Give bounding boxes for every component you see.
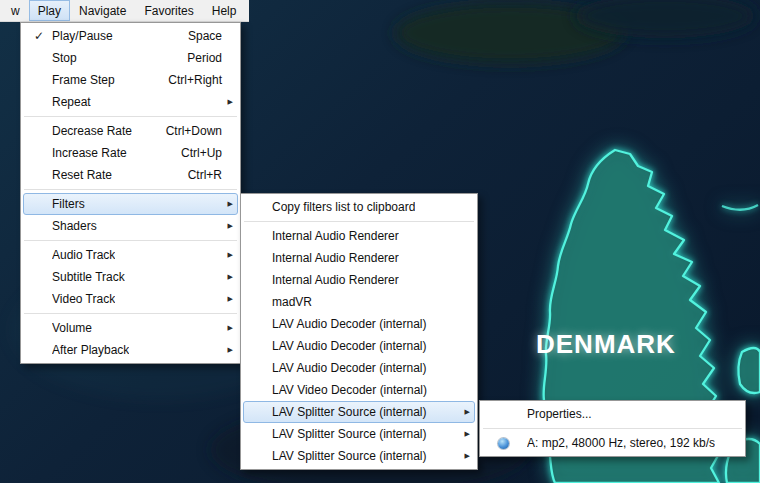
menu-item-label: LAV Splitter Source (internal) <box>272 405 427 419</box>
menu-item-lav-audio-decoder-internal[interactable]: LAV Audio Decoder (internal) <box>243 357 475 379</box>
menu-item-gutter <box>249 358 269 378</box>
menu-item-label: Filters <box>52 197 85 211</box>
menu-item-shortcut: Ctrl+Down <box>150 124 222 138</box>
menu-item-label: Frame Step <box>52 73 115 87</box>
menu-item-gutter <box>249 424 269 444</box>
menu-item-gutter <box>493 404 513 424</box>
submenu-arrow-icon: ▶ <box>222 200 235 208</box>
menu-item-volume[interactable]: Volume▶ <box>23 317 238 339</box>
menu-item-subtitle-track[interactable]: Subtitle Track▶ <box>23 266 238 288</box>
menu-item-gutter <box>29 245 49 265</box>
menu-item-label: Decrease Rate <box>52 124 132 138</box>
menu-item-gutter <box>29 143 49 163</box>
menu-item-label: A: mp2, 48000 Hz, stereo, 192 kb/s <box>527 436 715 450</box>
menu-item-shortcut: Ctrl+Right <box>152 73 222 87</box>
submenu-arrow-icon: ▶ <box>222 222 235 230</box>
menu-item-label: Volume <box>52 321 92 335</box>
menu-item-after-playback[interactable]: After Playback▶ <box>23 339 238 361</box>
menu-item-label: Reset Rate <box>52 168 112 182</box>
menu-item-gutter <box>249 248 269 268</box>
menu-item-label: Internal Audio Renderer <box>272 273 399 287</box>
menu-separator <box>483 428 742 429</box>
menu-item-play-pause[interactable]: ✓Play/PauseSpace <box>23 25 238 47</box>
menu-item-internal-audio-renderer[interactable]: Internal Audio Renderer <box>243 225 475 247</box>
submenu-arrow-icon: ▶ <box>222 324 235 332</box>
splitter-menu: Properties...A: mp2, 48000 Hz, stereo, 1… <box>479 400 746 457</box>
menu-item-lav-splitter-source-internal[interactable]: LAV Splitter Source (internal)▶ <box>243 445 475 467</box>
menubar-item-help[interactable]: Help <box>203 0 246 21</box>
menu-separator <box>24 313 237 314</box>
menu-item-gutter <box>249 336 269 356</box>
radio-selected-icon <box>498 438 509 449</box>
menu-item-label: LAV Splitter Source (internal) <box>272 427 427 441</box>
submenu-arrow-icon: ▶ <box>222 98 235 106</box>
check-icon: ✓ <box>29 26 49 46</box>
menu-item-lav-audio-decoder-internal[interactable]: LAV Audio Decoder (internal) <box>243 335 475 357</box>
menu-item-gutter <box>29 165 49 185</box>
menu-item-label: LAV Audio Decoder (internal) <box>272 317 427 331</box>
menu-item-label: Repeat <box>52 95 91 109</box>
submenu-arrow-icon: ▶ <box>222 273 235 281</box>
menu-item-label: Internal Audio Renderer <box>272 251 399 265</box>
menu-item-lav-splitter-source-internal[interactable]: LAV Splitter Source (internal)▶ <box>243 423 475 445</box>
country-label: DENMARK <box>536 329 676 360</box>
menu-item-shaders[interactable]: Shaders▶ <box>23 215 238 237</box>
menu-item-stop[interactable]: StopPeriod <box>23 47 238 69</box>
menu-item-internal-audio-renderer[interactable]: Internal Audio Renderer <box>243 269 475 291</box>
submenu-arrow-icon: ▶ <box>459 408 472 416</box>
menu-item-gutter <box>249 446 269 466</box>
menu-item-filters[interactable]: Filters▶ <box>23 193 238 215</box>
menu-item-label: LAV Audio Decoder (internal) <box>272 361 427 375</box>
menu-item-gutter <box>249 402 269 422</box>
menubar-item-w[interactable]: w <box>2 0 29 21</box>
menu-item-audio-track[interactable]: Audio Track▶ <box>23 244 238 266</box>
menu-item-lav-splitter-source-internal[interactable]: LAV Splitter Source (internal)▶ <box>243 401 475 423</box>
menubar-item-navigate[interactable]: Navigate <box>70 0 135 21</box>
menu-item-shortcut: Space <box>172 29 222 43</box>
menubar-item-play[interactable]: Play <box>29 0 70 21</box>
menu-item-video-track[interactable]: Video Track▶ <box>23 288 238 310</box>
menu-item-label: Shaders <box>52 219 97 233</box>
menu-separator <box>24 240 237 241</box>
menu-item-internal-audio-renderer[interactable]: Internal Audio Renderer <box>243 247 475 269</box>
menu-item-label: Increase Rate <box>52 146 127 160</box>
radio-icon <box>493 433 513 453</box>
menu-item-label: madVR <box>272 295 312 309</box>
menu-item-gutter <box>29 48 49 68</box>
menu-item-label: Copy filters list to clipboard <box>272 200 415 214</box>
menu-item-gutter <box>29 318 49 338</box>
menu-item-properties[interactable]: Properties... <box>482 403 743 425</box>
submenu-arrow-icon: ▶ <box>222 346 235 354</box>
menu-item-gutter <box>249 380 269 400</box>
menu-item-gutter <box>29 194 49 214</box>
play-menu: ✓Play/PauseSpaceStopPeriodFrame StepCtrl… <box>20 22 241 364</box>
menu-item-gutter <box>29 340 49 360</box>
menu-item-a-mp2-48000-hz-stereo-192-kb-s[interactable]: A: mp2, 48000 Hz, stereo, 192 kb/s <box>482 432 743 454</box>
menu-item-decrease-rate[interactable]: Decrease RateCtrl+Down <box>23 120 238 142</box>
menu-item-label: Audio Track <box>52 248 115 262</box>
menubar-item-favorites[interactable]: Favorites <box>135 0 202 21</box>
menu-item-madvr[interactable]: madVR <box>243 291 475 313</box>
menu-item-gutter <box>249 270 269 290</box>
menu-item-increase-rate[interactable]: Increase RateCtrl+Up <box>23 142 238 164</box>
menu-item-lav-video-decoder-internal[interactable]: LAV Video Decoder (internal) <box>243 379 475 401</box>
menu-item-label: Play/Pause <box>52 29 113 43</box>
menu-item-label: LAV Splitter Source (internal) <box>272 449 427 463</box>
menu-item-reset-rate[interactable]: Reset RateCtrl+R <box>23 164 238 186</box>
menu-item-gutter <box>29 267 49 287</box>
menu-item-copy-filters-list-to-clipboard[interactable]: Copy filters list to clipboard <box>243 196 475 218</box>
menu-item-gutter <box>29 216 49 236</box>
menu-item-lav-audio-decoder-internal[interactable]: LAV Audio Decoder (internal) <box>243 313 475 335</box>
submenu-arrow-icon: ▶ <box>222 295 235 303</box>
menu-item-gutter <box>249 314 269 334</box>
menu-item-label: LAV Video Decoder (internal) <box>272 383 427 397</box>
menu-item-label: LAV Audio Decoder (internal) <box>272 339 427 353</box>
menu-item-frame-step[interactable]: Frame StepCtrl+Right <box>23 69 238 91</box>
menu-item-shortcut: Period <box>171 51 222 65</box>
submenu-arrow-icon: ▶ <box>459 430 472 438</box>
submenu-arrow-icon: ▶ <box>222 251 235 259</box>
menu-item-gutter <box>29 289 49 309</box>
menu-item-repeat[interactable]: Repeat▶ <box>23 91 238 113</box>
menu-item-label: Stop <box>52 51 77 65</box>
menu-item-label: Properties... <box>527 407 592 421</box>
